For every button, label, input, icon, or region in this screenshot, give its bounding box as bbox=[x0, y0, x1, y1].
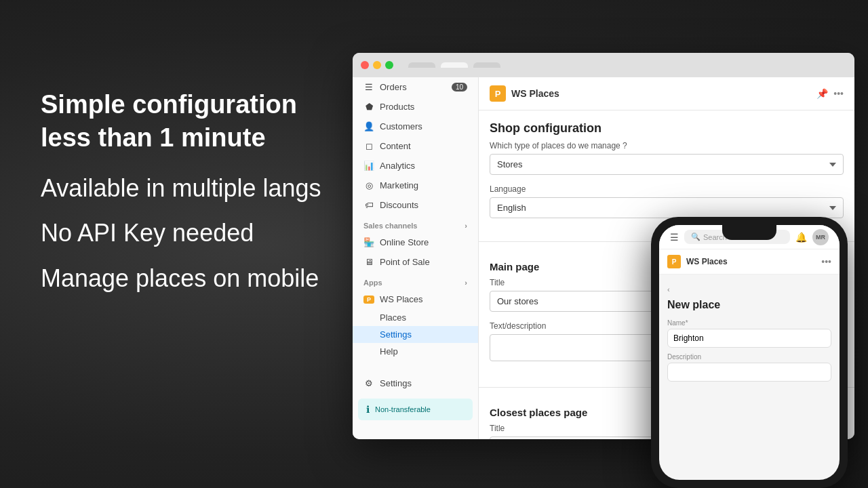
language-label: Language bbox=[490, 184, 844, 194]
tagline-2: Available in multiple langs bbox=[41, 171, 321, 205]
sidebar-item-ws-places[interactable]: P WS Places bbox=[353, 289, 478, 309]
language-group: Language English French Spanish German bbox=[490, 184, 844, 218]
phone-app-title: WS Places bbox=[686, 257, 728, 266]
phone-name-input[interactable] bbox=[667, 329, 831, 348]
phone-app-logo: P bbox=[667, 255, 681, 268]
phone-name-label: Name* bbox=[667, 319, 831, 327]
pos-icon: 🖥 bbox=[363, 257, 374, 267]
pin-icon[interactable]: 📌 bbox=[816, 88, 828, 99]
products-icon: ⬟ bbox=[363, 102, 374, 112]
browser-tab-3[interactable] bbox=[473, 62, 500, 68]
main-header: P WS Places 📌 ••• bbox=[479, 77, 854, 110]
place-type-select[interactable]: Stores Restaurants Hotels Offices bbox=[490, 154, 844, 175]
sidebar-item-orders[interactable]: ☰ Orders 10 bbox=[353, 77, 478, 97]
discounts-icon: 🏷 bbox=[363, 200, 374, 210]
tagline-1: Simple configuration less than 1 minute bbox=[41, 88, 321, 155]
browser-tab-1[interactable] bbox=[408, 62, 435, 68]
customers-icon: 👤 bbox=[363, 121, 374, 131]
sidebar-item-products[interactable]: ⬟ Products bbox=[353, 97, 478, 117]
sidebar-item-customers[interactable]: 👤 Customers bbox=[353, 117, 478, 136]
phone-back-button[interactable]: ‹ bbox=[667, 285, 670, 293]
back-arrow-icon: ‹ bbox=[667, 285, 670, 293]
marketing-icon: ◎ bbox=[363, 180, 374, 190]
more-icon[interactable]: ••• bbox=[833, 88, 844, 99]
ws-places-icon: P bbox=[363, 296, 374, 304]
phone-screen: ☰ 🔍 Search 🔔 MR P WS Places ••• bbox=[659, 225, 840, 480]
place-type-group: Which type of places do we manage ? Stor… bbox=[490, 141, 844, 175]
notification-bell-icon[interactable]: 🔔 bbox=[795, 232, 807, 243]
online-store-icon: 🏪 bbox=[363, 237, 374, 247]
browser-titlebar bbox=[353, 53, 854, 77]
sidebar-sub-places[interactable]: Places bbox=[353, 309, 478, 326]
sales-channels-section: Sales channels › bbox=[353, 215, 478, 232]
chevron-right-icon-apps: › bbox=[465, 279, 467, 287]
phone-description-input[interactable] bbox=[667, 363, 831, 382]
minimize-button[interactable] bbox=[373, 61, 381, 69]
maximize-button[interactable] bbox=[385, 61, 393, 69]
close-button[interactable] bbox=[361, 61, 369, 69]
sidebar-item-marketing[interactable]: ◎ Marketing bbox=[353, 176, 478, 195]
shop-config-title: Shop configuration bbox=[479, 110, 854, 141]
sidebar-item-analytics[interactable]: 📊 Analytics bbox=[353, 156, 478, 176]
place-type-label: Which type of places do we manage ? bbox=[490, 141, 844, 150]
sidebar-item-settings[interactable]: ⚙ Settings bbox=[353, 373, 478, 393]
non-transferable-badge: ℹ Non-transferable bbox=[358, 399, 473, 420]
mobile-phone: ☰ 🔍 Search 🔔 MR P WS Places ••• bbox=[651, 217, 848, 488]
language-select[interactable]: English French Spanish German bbox=[490, 197, 844, 218]
phone-new-place-form: ‹ New place Name* Description bbox=[659, 274, 840, 395]
sidebar-item-discounts[interactable]: 🏷 Discounts bbox=[353, 195, 478, 215]
phone-description-label: Description bbox=[667, 353, 831, 361]
phone-app-header: P WS Places ••• bbox=[659, 249, 840, 274]
orders-icon: ☰ bbox=[363, 82, 374, 92]
content-icon: ◻ bbox=[363, 141, 374, 151]
sidebar-sub-settings[interactable]: Settings bbox=[353, 326, 478, 343]
phone-notch bbox=[722, 225, 776, 240]
browser-tab-2[interactable] bbox=[441, 62, 468, 68]
left-text-section: Simple configuration less than 1 minute … bbox=[41, 88, 321, 306]
sidebar-item-pos[interactable]: 🖥 Point of Sale bbox=[353, 252, 478, 272]
header-actions: 📌 ••• bbox=[816, 88, 844, 99]
info-icon: ℹ bbox=[366, 404, 370, 415]
chevron-right-icon: › bbox=[465, 222, 467, 230]
sidebar-item-online-store[interactable]: 🏪 Online Store bbox=[353, 232, 478, 252]
analytics-icon: 📊 bbox=[363, 161, 374, 171]
apps-section: Apps › bbox=[353, 272, 478, 289]
avatar: MR bbox=[812, 229, 829, 245]
hamburger-icon[interactable]: ☰ bbox=[670, 232, 679, 243]
gear-icon: ⚙ bbox=[363, 378, 374, 388]
phone-more-icon[interactable]: ••• bbox=[821, 256, 831, 267]
app-logo: P bbox=[490, 85, 506, 102]
browser-tabs bbox=[408, 62, 846, 68]
sidebar-item-content[interactable]: ◻ Content bbox=[353, 136, 478, 156]
phone-page-title: New place bbox=[667, 299, 831, 311]
sidebar: ☰ Orders 10 ⬟ Products 👤 Customers ◻ Con… bbox=[353, 77, 479, 439]
tagline-4: Manage places on mobile bbox=[41, 262, 321, 296]
search-icon: 🔍 bbox=[691, 232, 701, 241]
app-title: WS Places bbox=[511, 88, 559, 99]
sidebar-sub-help[interactable]: Help bbox=[353, 343, 478, 360]
tagline-3: No API Key needed bbox=[41, 216, 321, 250]
phone-body: ☰ 🔍 Search 🔔 MR P WS Places ••• bbox=[651, 217, 848, 488]
